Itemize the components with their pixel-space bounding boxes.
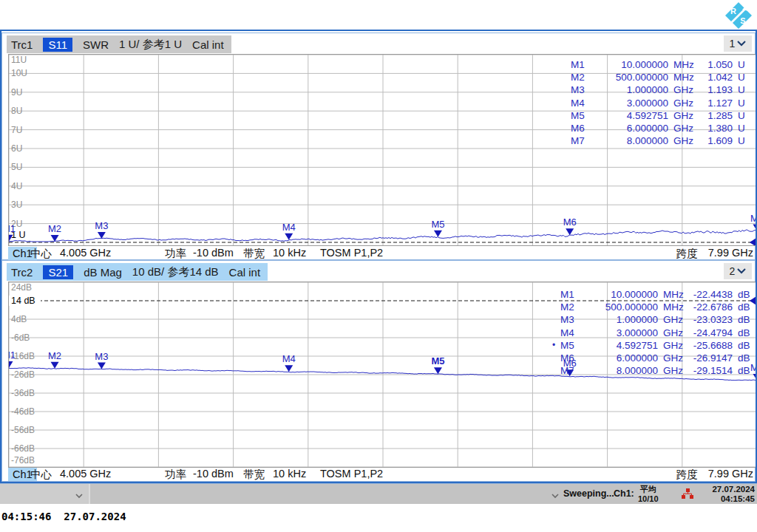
marker-frequency: 500.000000 xyxy=(585,301,658,313)
marker-table-row[interactable]: M66.000000GHz-26.9147dB xyxy=(560,352,753,364)
marker-label-m1: M1 xyxy=(9,223,16,234)
trace1-header[interactable]: Trc1 S11 SWR 1 U/ 参考1 U Cal int xyxy=(7,35,231,53)
marker-value: 1.193 xyxy=(697,83,733,96)
marker-label-m3: M3 xyxy=(95,220,108,231)
marker-table-row[interactable]: •M54.592751GHz-25.6688dB xyxy=(560,339,753,352)
rohde-schwarz-logo: R S xyxy=(724,1,753,30)
bandwidth-value[interactable]: 10 kHz xyxy=(273,468,306,480)
marker-value: 1.609 xyxy=(697,134,733,147)
svg-text:6U: 6U xyxy=(11,143,22,154)
marker-frequency: 1.000000 xyxy=(596,83,668,96)
marker-table-row[interactable]: M110.000000MHz1.050U xyxy=(571,58,753,71)
marker-label-m2: M2 xyxy=(48,223,61,234)
marker-value: 1.127 xyxy=(697,97,733,109)
marker-value-unit: dB xyxy=(738,364,753,377)
marker-value-unit: U xyxy=(738,122,753,134)
chevron-down-icon[interactable] xyxy=(75,491,83,501)
marker-m4[interactable] xyxy=(285,365,293,372)
trace1-format[interactable]: SWR xyxy=(83,38,109,51)
marker-table-row[interactable]: M2500.000000MHz-22.6786dB xyxy=(560,301,753,313)
marker-table-row[interactable]: M54.592751GHz1.285U xyxy=(571,109,753,122)
marker-frequency-unit: GHz xyxy=(663,364,687,377)
marker-m2[interactable] xyxy=(51,235,59,242)
span-value[interactable]: 7.99 GHz xyxy=(708,247,753,261)
marker-table-row[interactable]: M78.000000GHz1.609U xyxy=(571,134,753,147)
marker-m5[interactable] xyxy=(434,231,442,237)
bandwidth-value[interactable]: 10 kHz xyxy=(273,247,306,259)
marker-table-row[interactable]: M78.000000GHz-29.1514dB xyxy=(560,364,753,377)
average-label: 平均 xyxy=(640,485,656,494)
marker-name: M4 xyxy=(571,97,596,109)
marker-frequency: 500.000000 xyxy=(596,71,668,83)
marker-name: M6 xyxy=(560,352,585,364)
chevron-down-icon xyxy=(737,268,746,274)
marker-name: M1 xyxy=(571,58,596,71)
span-group: 跨度 7.99 GHz xyxy=(676,468,753,482)
trace1-scale[interactable]: 1 U/ 参考1 U xyxy=(119,38,182,52)
trace1-cal-state[interactable]: Cal int xyxy=(192,38,224,51)
lan-status-icon[interactable] xyxy=(682,488,694,502)
bandwidth-label: 带宽 xyxy=(243,247,265,261)
marker-table-row[interactable]: M31.000000GHz1.193U xyxy=(571,83,753,96)
marker-table-row[interactable]: M2500.000000MHz1.042U xyxy=(571,71,753,83)
svg-text:-46dB: -46dB xyxy=(11,406,35,417)
trace2-sparam-badge[interactable]: S21 xyxy=(43,265,73,279)
marker-name: M3 xyxy=(571,83,596,96)
trace2-format[interactable]: dB Mag xyxy=(84,266,122,279)
power-value[interactable]: -10 dBm xyxy=(193,468,234,480)
svg-text:S: S xyxy=(740,16,745,25)
trace2-name[interactable]: Trc2 xyxy=(11,266,33,279)
window1-number: 1 xyxy=(730,38,736,50)
marker-frequency-unit: GHz xyxy=(673,109,697,122)
marker-table-row[interactable]: M31.000000GHz-23.0323dB xyxy=(560,313,753,326)
marker-label-m7: M7 xyxy=(750,213,757,224)
trace1-sparam-badge[interactable]: S11 xyxy=(43,38,72,52)
power-value[interactable]: -10 dBm xyxy=(193,247,234,259)
marker-m4[interactable] xyxy=(285,233,293,240)
active-marker-dot: • xyxy=(552,339,555,352)
marker-table-row[interactable]: M43.000000GHz-24.4794dB xyxy=(560,327,753,339)
center-value[interactable]: 4.005 GHz xyxy=(60,468,111,480)
marker-value: -25.6688 xyxy=(687,339,733,352)
svg-text:R: R xyxy=(730,7,736,16)
marker-table-row[interactable]: M110.000000MHz-22.4438dB xyxy=(560,288,753,301)
svg-text:5U: 5U xyxy=(11,162,22,172)
marker-value: 1.050 xyxy=(697,58,733,71)
marker-m2[interactable] xyxy=(51,362,59,369)
marker-m3[interactable] xyxy=(98,363,106,369)
plot-area-s11[interactable]: 11U10U9U8U7U6U5U4U3U2U1 UM1M2M3M4M5M6M7M… xyxy=(8,54,757,246)
marker-name: M1 xyxy=(560,288,585,301)
marker-m7[interactable] xyxy=(753,374,757,381)
marker-value: -22.4438 xyxy=(687,288,733,301)
window2-selector-button[interactable]: 2 xyxy=(724,263,752,279)
trace2-scale[interactable]: 10 dB/ 参考14 dB xyxy=(132,265,219,279)
marker-m5[interactable] xyxy=(434,367,442,374)
diagram-window-2: Trc2 S21 dB Mag 10 dB/ 参考14 dB Cal int 2… xyxy=(1,260,756,482)
marker-frequency-unit: GHz xyxy=(673,83,697,96)
marker-frequency: 10.000000 xyxy=(596,58,668,71)
marker-table-row[interactable]: M66.000000GHz1.380U xyxy=(571,122,753,134)
window1-selector-button[interactable]: 1 xyxy=(724,35,752,52)
trace2-cal-state[interactable]: Cal int xyxy=(229,266,261,279)
marker-frequency-unit: MHz xyxy=(663,288,687,301)
chevron-down-icon[interactable] xyxy=(551,491,559,501)
marker-value-unit: U xyxy=(738,109,753,122)
marker-name: M7 xyxy=(560,364,585,377)
marker-value-unit: dB xyxy=(738,352,753,364)
span-value[interactable]: 7.99 GHz xyxy=(708,468,753,482)
plot-area-s21[interactable]: 24dB14 dB4dB-6dB-16dB-26dB-36dB-46dB-56d… xyxy=(8,282,757,468)
marker-frequency-unit: GHz xyxy=(673,134,697,147)
marker-label-m4: M4 xyxy=(282,222,296,233)
marker-value-unit: dB xyxy=(738,301,753,313)
marker-table-row[interactable]: M43.000000GHz1.127U xyxy=(571,97,753,109)
marker-value: -23.0323 xyxy=(687,313,733,326)
trace1-name[interactable]: Trc1 xyxy=(11,38,33,51)
trace2-header[interactable]: Trc2 S21 dB Mag 10 dB/ 参考14 dB Cal int xyxy=(7,263,268,281)
marker-m1[interactable] xyxy=(9,361,13,368)
marker-m3[interactable] xyxy=(98,232,106,239)
marker-frequency-unit: GHz xyxy=(663,327,687,339)
marker-name: M6 xyxy=(571,122,596,134)
status-dropdown[interactable] xyxy=(0,484,90,504)
center-value[interactable]: 4.005 GHz xyxy=(60,247,111,259)
marker-m6[interactable] xyxy=(566,228,574,235)
